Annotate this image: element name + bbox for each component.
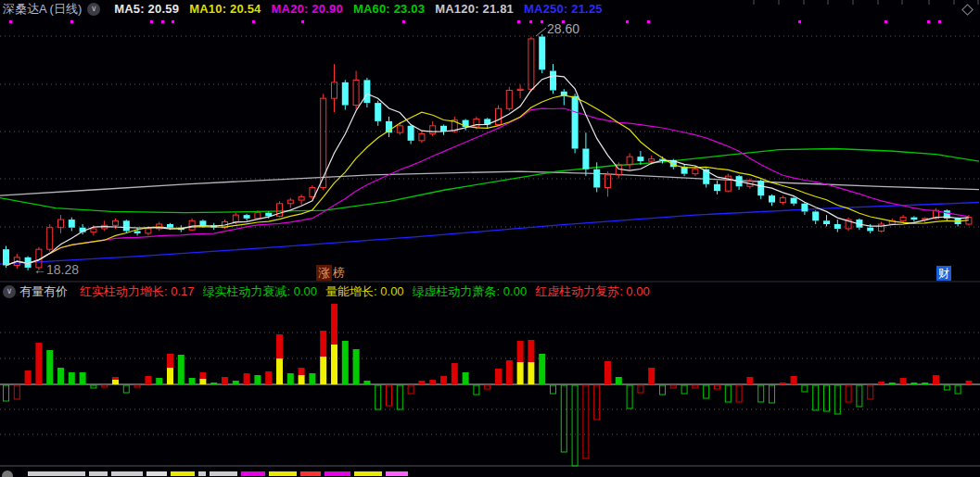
clipped-indicator-fragment [325,471,350,476]
indicator-metrics: 红实柱动力增长: 0.17绿实柱动力衰减: 0.00量能增长: 0.00绿虚柱动… [71,284,650,298]
indicator-metric-4: 红虚柱动力复苏: 0.00 [535,284,650,298]
indicator-metric-2: 量能增长: 0.00 [325,284,404,298]
indicator-metric-3: 绿虚柱动力萧条: 0.00 [413,284,528,298]
clipped-indicator-fragment [386,471,408,476]
rising-list-button[interactable]: 涨榜 [316,266,346,281]
collapse-chevron-icon[interactable]: ∨ [87,3,100,16]
clipped-indicator-fragment [89,471,108,476]
page-title: 深桑达A (日线) [3,2,82,16]
clipped-indicator-fragment [269,471,297,476]
clipped-indicator-fragment [241,471,265,476]
clipped-indicator-fragment [210,471,237,476]
indicator-metric-1: 绿实柱动力衰减: 0.00 [203,284,318,298]
candlestick-chart[interactable] [0,0,980,477]
clipped-indicator-fragment [171,471,195,476]
rising-list-char2[interactable]: 榜 [332,265,346,281]
ma-legend: MA5: 20.59MA10: 20.54MA20: 20.90MA60: 23… [104,2,603,16]
ma-label-4: MA120: 21.81 [435,2,514,16]
ma-label-2: MA20: 20.90 [272,2,343,16]
clipped-indicator-fragment [198,471,206,476]
ma-label-3: MA60: 23.03 [353,2,425,16]
low-price-annotation: ←18.28 [33,262,79,277]
clipped-indicator-fragment [146,471,167,476]
chart-header: 深桑达A (日线)∨MA5: 20.59MA10: 20.54MA20: 20.… [0,0,980,19]
ma-label-0: MA5: 20.59 [114,2,179,16]
finance-badge[interactable]: 财 [936,266,951,281]
clipped-indicator-fragment [300,471,321,476]
ma-label-1: MA10: 20.54 [189,2,261,16]
indicator-collapse-chevron-icon[interactable]: ∨ [3,285,16,298]
clipped-indicator-fragment [111,471,143,476]
rising-list-char1[interactable]: 涨 [316,265,332,281]
indicator-legend-row: ∨有量有价红实柱动力增长: 0.17绿实柱动力衰减: 0.00量能增长: 0.0… [0,282,980,300]
high-price-annotation: 28.60 [547,21,579,36]
clipped-indicator-fragment [28,471,85,476]
bottom-collapse-icon[interactable] [2,471,13,477]
diamond-marker-icon[interactable] [961,4,974,16]
indicator-metric-0: 红实柱动力增长: 0.17 [80,284,195,298]
ma-label-5: MA250: 21.25 [524,2,603,16]
clipped-indicator-fragment [354,471,382,476]
indicator-name: 有量有价 [19,284,68,298]
